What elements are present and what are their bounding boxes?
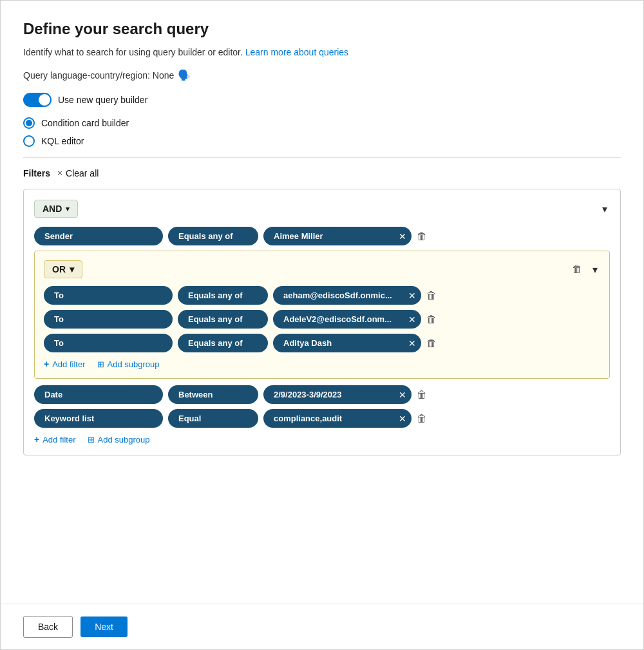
- date-field-label: Date: [44, 390, 62, 399]
- subgroup-add-filter-label: Add filter: [52, 359, 85, 369]
- kql-editor-label: KQL editor: [41, 136, 84, 146]
- root-add-row: + Add filter ⊞ Add subgroup: [34, 434, 610, 444]
- condition-card-radio[interactable]: [23, 117, 35, 129]
- date-operator-pill[interactable]: Between: [168, 385, 258, 404]
- to-field-pill-2[interactable]: To: [44, 310, 173, 329]
- subgroup-add-subgroup-icon: ⊞: [97, 359, 104, 369]
- to-operator-label-2: Equals any of: [188, 314, 243, 324]
- root-add-subgroup-label: Add subgroup: [98, 435, 150, 444]
- to-value-pill-1[interactable]: aeham@ediscoSdf.onmic... ✕: [273, 286, 421, 305]
- description-text: Identify what to search for using query …: [23, 47, 243, 57]
- subgroup-add-filter-button[interactable]: + Add filter: [44, 359, 86, 369]
- translate-icon[interactable]: 🗣️: [178, 69, 191, 81]
- to-value-pill-3[interactable]: Aditya Dash ✕: [273, 334, 421, 352]
- condition-card-label: Condition card builder: [41, 118, 129, 128]
- kql-editor-radio-row: KQL editor: [23, 135, 621, 147]
- kql-editor-radio[interactable]: [23, 135, 35, 147]
- keyword-field-pill[interactable]: Keyword list: [34, 409, 163, 428]
- to-field-pill-1[interactable]: To: [44, 286, 173, 305]
- divider: [23, 157, 621, 158]
- to-field-label-3: To: [54, 338, 64, 348]
- and-operator-button[interactable]: AND ▾: [34, 200, 78, 218]
- sender-operator-pill[interactable]: Equals any of: [168, 227, 258, 245]
- root-group-collapse-button[interactable]: ▾: [600, 202, 610, 216]
- to-field-label-2: To: [54, 314, 64, 324]
- date-value-pill[interactable]: 2/9/2023-3/9/2023 ✕: [263, 385, 412, 404]
- page-title: Define your search query: [23, 20, 621, 38]
- root-add-subgroup-button[interactable]: ⊞ Add subgroup: [88, 435, 150, 444]
- to-row-delete-icon-3[interactable]: 🗑: [426, 338, 437, 349]
- to-filter-row-2: To Equals any of AdeleV2@ediscoSdf.onm..…: [44, 310, 600, 329]
- subgroup-add-subgroup-label: Add subgroup: [108, 359, 160, 369]
- sender-row-delete-icon[interactable]: 🗑: [417, 231, 427, 242]
- sender-value-pill[interactable]: Aimee Miller ✕: [263, 227, 412, 245]
- to-value-clear-button-2[interactable]: ✕: [404, 315, 416, 324]
- root-add-subgroup-icon: ⊞: [88, 435, 95, 444]
- to-field-label-1: To: [54, 291, 64, 300]
- to-operator-pill-3[interactable]: Equals any of: [178, 334, 268, 352]
- or-operator-button[interactable]: OR ▾: [44, 260, 82, 278]
- clear-all-x-icon: ✕: [57, 169, 63, 178]
- sender-value-text: Aimee Miller: [274, 231, 323, 241]
- subgroup-delete-button[interactable]: 🗑: [569, 262, 585, 276]
- keyword-field-label: Keyword list: [44, 414, 94, 423]
- keyword-value-pill[interactable]: compliance,audit ✕: [263, 409, 412, 428]
- to-filter-row-1: To Equals any of aeham@ediscoSdf.onmic..…: [44, 286, 600, 305]
- subgroup-add-subgroup-button[interactable]: ⊞ Add subgroup: [97, 359, 160, 369]
- condition-card-radio-row: Condition card builder: [23, 117, 621, 129]
- subgroup-actions: 🗑 ▾: [569, 262, 600, 277]
- date-value-clear-button[interactable]: ✕: [395, 390, 406, 399]
- subgroup-header: OR ▾ 🗑 ▾: [44, 260, 600, 278]
- description: Identify what to search for using query …: [23, 47, 621, 57]
- date-row-delete-icon[interactable]: 🗑: [417, 389, 427, 401]
- root-add-filter-label: Add filter: [43, 435, 75, 444]
- keyword-operator-label: Equal: [178, 414, 201, 423]
- date-filter-row: Date Between 2/9/2023-3/9/2023 ✕ 🗑: [34, 385, 610, 404]
- toggle-row: Use new query builder: [23, 93, 621, 107]
- next-button[interactable]: Next: [80, 617, 128, 637]
- back-button[interactable]: Back: [23, 616, 73, 638]
- subgroup-add-row: + Add filter ⊞ Add subgroup: [44, 359, 600, 369]
- sender-value-clear-button[interactable]: ✕: [395, 232, 406, 241]
- main-content: Define your search query Identify what t…: [1, 1, 643, 604]
- keyword-row-delete-icon[interactable]: 🗑: [417, 413, 427, 425]
- footer: Back Next: [1, 604, 643, 649]
- sender-field-pill[interactable]: Sender: [34, 227, 163, 245]
- to-operator-label-3: Equals any of: [188, 338, 243, 348]
- query-language-label: Query language-country/region: None: [23, 70, 174, 81]
- root-add-filter-plus-icon: +: [34, 434, 39, 444]
- clear-all-label: Clear all: [66, 168, 99, 178]
- keyword-value-clear-button[interactable]: ✕: [395, 414, 406, 423]
- to-operator-pill-2[interactable]: Equals any of: [178, 310, 268, 329]
- clear-all-button[interactable]: ✕ Clear all: [57, 168, 99, 178]
- to-row-delete-icon-1[interactable]: 🗑: [426, 290, 437, 301]
- keyword-operator-pill[interactable]: Equal: [168, 409, 258, 428]
- to-value-clear-button-3[interactable]: ✕: [404, 339, 416, 348]
- date-field-pill[interactable]: Date: [34, 385, 163, 404]
- to-value-text-1: aeham@ediscoSdf.onmic...: [283, 291, 392, 300]
- page-container: Define your search query Identify what t…: [0, 0, 644, 650]
- to-value-text-2: AdeleV2@ediscoSdf.onm...: [283, 314, 392, 324]
- query-language-row: Query language-country/region: None 🗣️: [23, 69, 621, 81]
- filters-row: Filters ✕ Clear all: [23, 168, 621, 178]
- filters-label: Filters: [23, 168, 50, 178]
- to-value-pill-2[interactable]: AdeleV2@ediscoSdf.onm... ✕: [273, 310, 421, 329]
- to-value-text-3: Aditya Dash: [283, 338, 332, 348]
- subgroup-collapse-button[interactable]: ▾: [590, 262, 600, 277]
- main-filter-group: AND ▾ ▾ Sender Equals any of Aimee Mille…: [23, 189, 621, 455]
- sender-operator-label: Equals any of: [178, 231, 233, 241]
- to-field-pill-3[interactable]: To: [44, 334, 173, 352]
- and-operator-label: AND: [43, 204, 62, 214]
- sender-filter-row: Sender Equals any of Aimee Miller ✕ 🗑: [34, 227, 610, 245]
- or-chevron-icon: ▾: [70, 264, 74, 274]
- query-builder-toggle[interactable]: [23, 93, 52, 107]
- group-header: AND ▾ ▾: [34, 200, 610, 218]
- to-row-delete-icon-2[interactable]: 🗑: [426, 314, 437, 325]
- or-operator-label: OR: [52, 264, 66, 274]
- subgroup-add-filter-plus-icon: +: [44, 359, 49, 369]
- to-operator-pill-1[interactable]: Equals any of: [178, 286, 268, 305]
- to-value-clear-button-1[interactable]: ✕: [404, 291, 416, 300]
- root-add-filter-button[interactable]: + Add filter: [34, 434, 76, 444]
- learn-more-link[interactable]: Learn more about queries: [245, 47, 348, 57]
- or-subgroup: OR ▾ 🗑 ▾ To Equals any of: [34, 251, 610, 379]
